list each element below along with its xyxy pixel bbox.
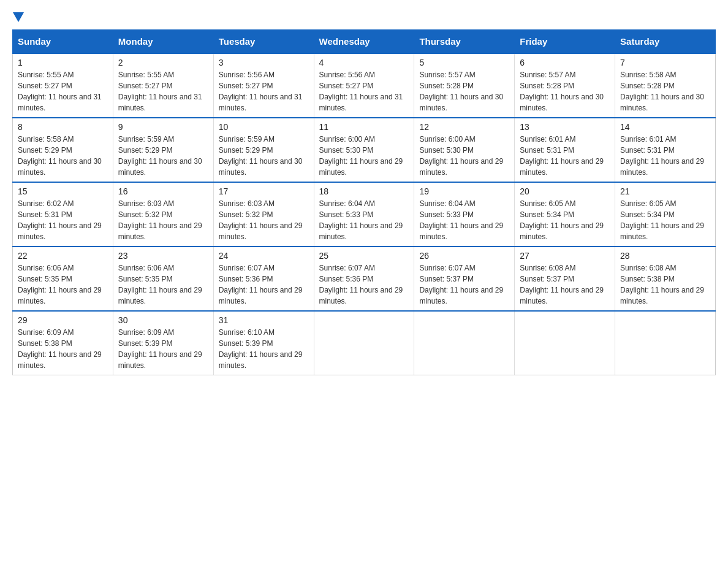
day-info: Sunrise: 5:56 AM Sunset: 5:27 PM Dayligh… (219, 69, 309, 113)
day-info: Sunrise: 6:08 AM Sunset: 5:37 PM Dayligh… (520, 262, 610, 307)
day-info: Sunrise: 6:09 AM Sunset: 5:38 PM Dayligh… (18, 327, 108, 371)
calendar-cell: 18 Sunrise: 6:04 AM Sunset: 5:33 PM Dayl… (314, 182, 414, 247)
day-info: Sunrise: 6:03 AM Sunset: 5:32 PM Dayligh… (219, 198, 309, 242)
weekday-header-monday: Monday (113, 30, 213, 54)
day-number: 16 (118, 186, 208, 196)
day-number: 22 (18, 251, 108, 261)
calendar-cell: 13 Sunrise: 6:01 AM Sunset: 5:31 PM Dayl… (515, 118, 615, 182)
day-number: 13 (520, 122, 610, 132)
day-number: 27 (520, 251, 610, 261)
weekday-header-sunday: Sunday (13, 30, 113, 54)
calendar-cell: 9 Sunrise: 5:59 AM Sunset: 5:29 PM Dayli… (113, 118, 213, 182)
calendar-cell: 16 Sunrise: 6:03 AM Sunset: 5:32 PM Dayl… (113, 182, 213, 247)
day-info: Sunrise: 6:06 AM Sunset: 5:35 PM Dayligh… (18, 262, 108, 307)
weekday-header-tuesday: Tuesday (213, 30, 314, 54)
calendar-cell: 14 Sunrise: 6:01 AM Sunset: 5:31 PM Dayl… (615, 118, 716, 182)
day-number: 12 (419, 122, 509, 132)
day-number: 5 (419, 58, 509, 67)
day-number: 1 (18, 58, 108, 67)
day-number: 30 (118, 315, 208, 325)
day-number: 4 (319, 58, 409, 67)
day-number: 19 (419, 186, 509, 196)
day-number: 31 (219, 315, 309, 325)
day-number: 25 (319, 251, 409, 261)
day-number: 29 (18, 315, 108, 325)
day-number: 17 (219, 186, 309, 196)
calendar-cell (515, 311, 615, 375)
weekday-header-row: SundayMondayTuesdayWednesdayThursdayFrid… (13, 30, 716, 54)
calendar-cell: 4 Sunrise: 5:56 AM Sunset: 5:27 PM Dayli… (314, 53, 414, 118)
day-info: Sunrise: 6:05 AM Sunset: 5:34 PM Dayligh… (520, 198, 610, 242)
day-number: 24 (219, 251, 309, 261)
day-number: 14 (620, 122, 710, 132)
day-info: Sunrise: 6:01 AM Sunset: 5:31 PM Dayligh… (520, 134, 610, 178)
calendar-cell: 19 Sunrise: 6:04 AM Sunset: 5:33 PM Dayl… (414, 182, 515, 247)
calendar-week-3: 15 Sunrise: 6:02 AM Sunset: 5:31 PM Dayl… (13, 182, 716, 247)
day-info: Sunrise: 6:08 AM Sunset: 5:38 PM Dayligh… (620, 262, 710, 307)
day-info: Sunrise: 5:58 AM Sunset: 5:29 PM Dayligh… (18, 134, 108, 178)
calendar-cell: 28 Sunrise: 6:08 AM Sunset: 5:38 PM Dayl… (615, 247, 716, 311)
day-number: 3 (219, 58, 309, 67)
day-info: Sunrise: 6:09 AM Sunset: 5:39 PM Dayligh… (118, 327, 208, 371)
day-number: 10 (219, 122, 309, 132)
calendar-cell: 12 Sunrise: 6:00 AM Sunset: 5:30 PM Dayl… (414, 118, 515, 182)
calendar-week-1: 1 Sunrise: 5:55 AM Sunset: 5:27 PM Dayli… (13, 53, 716, 118)
calendar-cell (414, 311, 515, 375)
day-number: 6 (520, 58, 610, 67)
logo (12, 12, 24, 17)
calendar-week-2: 8 Sunrise: 5:58 AM Sunset: 5:29 PM Dayli… (13, 118, 716, 182)
calendar-cell: 25 Sunrise: 6:07 AM Sunset: 5:36 PM Dayl… (314, 247, 414, 311)
calendar-cell: 21 Sunrise: 6:05 AM Sunset: 5:34 PM Dayl… (615, 182, 716, 247)
calendar-cell: 24 Sunrise: 6:07 AM Sunset: 5:36 PM Dayl… (213, 247, 314, 311)
day-number: 2 (118, 58, 208, 67)
day-info: Sunrise: 6:05 AM Sunset: 5:34 PM Dayligh… (620, 198, 710, 242)
calendar-cell: 26 Sunrise: 6:07 AM Sunset: 5:37 PM Dayl… (414, 247, 515, 311)
day-number: 20 (520, 186, 610, 196)
calendar-week-4: 22 Sunrise: 6:06 AM Sunset: 5:35 PM Dayl… (13, 247, 716, 311)
calendar-cell (615, 311, 716, 375)
day-info: Sunrise: 6:03 AM Sunset: 5:32 PM Dayligh… (118, 198, 208, 242)
day-info: Sunrise: 6:10 AM Sunset: 5:39 PM Dayligh… (219, 327, 309, 371)
day-info: Sunrise: 6:00 AM Sunset: 5:30 PM Dayligh… (319, 134, 409, 178)
calendar-week-5: 29 Sunrise: 6:09 AM Sunset: 5:38 PM Dayl… (13, 311, 716, 375)
day-number: 18 (319, 186, 409, 196)
calendar-cell: 6 Sunrise: 5:57 AM Sunset: 5:28 PM Dayli… (515, 53, 615, 118)
weekday-header-friday: Friday (515, 30, 615, 54)
logo-arrow-icon (13, 12, 24, 22)
day-info: Sunrise: 6:00 AM Sunset: 5:30 PM Dayligh… (419, 134, 509, 178)
day-info: Sunrise: 5:56 AM Sunset: 5:27 PM Dayligh… (319, 69, 409, 113)
day-number: 26 (419, 251, 509, 261)
weekday-header-wednesday: Wednesday (314, 30, 414, 54)
calendar-cell: 2 Sunrise: 5:55 AM Sunset: 5:27 PM Dayli… (113, 53, 213, 118)
calendar-cell: 31 Sunrise: 6:10 AM Sunset: 5:39 PM Dayl… (213, 311, 314, 375)
calendar-cell: 20 Sunrise: 6:05 AM Sunset: 5:34 PM Dayl… (515, 182, 615, 247)
day-info: Sunrise: 6:04 AM Sunset: 5:33 PM Dayligh… (419, 198, 509, 242)
calendar-cell: 15 Sunrise: 6:02 AM Sunset: 5:31 PM Dayl… (13, 182, 113, 247)
weekday-header-saturday: Saturday (615, 30, 716, 54)
calendar-cell: 5 Sunrise: 5:57 AM Sunset: 5:28 PM Dayli… (414, 53, 515, 118)
calendar-cell: 3 Sunrise: 5:56 AM Sunset: 5:27 PM Dayli… (213, 53, 314, 118)
weekday-header-thursday: Thursday (414, 30, 515, 54)
calendar-cell (314, 311, 414, 375)
day-info: Sunrise: 5:59 AM Sunset: 5:29 PM Dayligh… (118, 134, 208, 178)
calendar-cell: 22 Sunrise: 6:06 AM Sunset: 5:35 PM Dayl… (13, 247, 113, 311)
calendar-table: SundayMondayTuesdayWednesdayThursdayFrid… (12, 29, 716, 375)
calendar-cell: 11 Sunrise: 6:00 AM Sunset: 5:30 PM Dayl… (314, 118, 414, 182)
calendar-cell: 27 Sunrise: 6:08 AM Sunset: 5:37 PM Dayl… (515, 247, 615, 311)
day-info: Sunrise: 5:58 AM Sunset: 5:28 PM Dayligh… (620, 69, 710, 113)
day-info: Sunrise: 5:57 AM Sunset: 5:28 PM Dayligh… (520, 69, 610, 113)
calendar-cell: 17 Sunrise: 6:03 AM Sunset: 5:32 PM Dayl… (213, 182, 314, 247)
day-info: Sunrise: 5:55 AM Sunset: 5:27 PM Dayligh… (18, 69, 108, 113)
day-info: Sunrise: 6:07 AM Sunset: 5:37 PM Dayligh… (419, 262, 509, 307)
day-info: Sunrise: 6:06 AM Sunset: 5:35 PM Dayligh… (118, 262, 208, 307)
day-number: 21 (620, 186, 710, 196)
day-number: 7 (620, 58, 710, 67)
day-info: Sunrise: 5:59 AM Sunset: 5:29 PM Dayligh… (219, 134, 309, 178)
calendar-cell: 29 Sunrise: 6:09 AM Sunset: 5:38 PM Dayl… (13, 311, 113, 375)
day-number: 23 (118, 251, 208, 261)
day-info: Sunrise: 6:02 AM Sunset: 5:31 PM Dayligh… (18, 198, 108, 242)
day-number: 15 (18, 186, 108, 196)
day-info: Sunrise: 6:04 AM Sunset: 5:33 PM Dayligh… (319, 198, 409, 242)
calendar-cell: 8 Sunrise: 5:58 AM Sunset: 5:29 PM Dayli… (13, 118, 113, 182)
calendar-cell: 23 Sunrise: 6:06 AM Sunset: 5:35 PM Dayl… (113, 247, 213, 311)
